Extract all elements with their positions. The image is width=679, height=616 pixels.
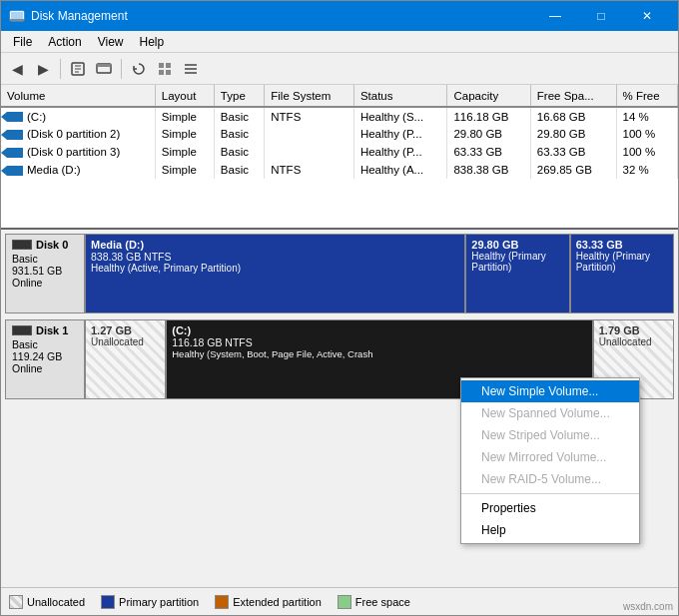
cell-type: Basic <box>214 125 264 143</box>
col-layout[interactable]: Layout <box>155 85 214 107</box>
menu-action[interactable]: Action <box>40 33 89 51</box>
forward-button[interactable]: ▶ <box>31 57 55 81</box>
cell-status: Healthy (A... <box>353 161 447 179</box>
minimize-button[interactable]: — <box>532 1 578 31</box>
col-free[interactable]: Free Spa... <box>530 85 616 107</box>
table-area: Volume Layout Type File System Status Ca… <box>1 85 678 230</box>
menu-help[interactable]: Help <box>132 33 173 51</box>
cell-free: 29.80 GB <box>530 125 616 143</box>
legend-primary-label: Primary partition <box>119 596 199 608</box>
svg-rect-1 <box>11 12 23 20</box>
disk0-part2[interactable]: 29.80 GB Healthy (Primary Partition) <box>466 235 570 312</box>
cell-free: 16.68 GB <box>530 107 616 125</box>
disk1-name: Disk 1 <box>36 324 68 336</box>
view-button[interactable] <box>153 57 177 81</box>
cell-volume: (Disk 0 partition 2) <box>1 125 155 143</box>
cell-layout: Simple <box>155 161 214 179</box>
legend: Unallocated Primary partition Extended p… <box>1 587 678 615</box>
ctx-help[interactable]: Help <box>461 519 639 541</box>
extra-button[interactable] <box>179 57 203 81</box>
disk1-part1[interactable]: 1.27 GB Unallocated <box>86 320 167 398</box>
disk0-size: 931.51 GB <box>12 265 78 277</box>
menu-file[interactable]: File <box>5 33 40 51</box>
legend-unallocated-color <box>9 595 23 609</box>
svg-rect-12 <box>166 70 171 75</box>
ctx-new-simple[interactable]: New Simple Volume... <box>461 380 639 402</box>
cell-type: Basic <box>214 143 264 161</box>
cell-status: Healthy (S... <box>353 107 447 125</box>
legend-primary-color <box>101 595 115 609</box>
cell-status: Healthy (P... <box>353 143 447 161</box>
svg-rect-9 <box>159 63 164 68</box>
vol-icon <box>7 112 23 122</box>
refresh-button[interactable] <box>127 57 151 81</box>
ctx-properties[interactable]: Properties <box>461 497 639 519</box>
svg-rect-11 <box>159 70 164 75</box>
disk0-part1[interactable]: Media (D:) 838.38 GB NTFS Healthy (Activ… <box>86 235 466 312</box>
table-row[interactable]: Media (D:) Simple Basic NTFS Healthy (A.… <box>1 161 678 179</box>
disk-table: Volume Layout Type File System Status Ca… <box>1 85 678 179</box>
disk0-name: Disk 0 <box>36 239 68 251</box>
cell-type: Basic <box>214 161 264 179</box>
svg-rect-10 <box>166 63 171 68</box>
legend-unallocated: Unallocated <box>9 595 85 609</box>
window-title: Disk Management <box>31 9 532 23</box>
cell-capacity: 838.38 GB <box>447 161 530 179</box>
vol-icon <box>7 166 23 176</box>
ctx-new-spanned: New Spanned Volume... <box>461 402 639 424</box>
menu-view[interactable]: View <box>90 33 132 51</box>
vol-icon <box>7 130 23 140</box>
ctx-new-mirrored: New Mirrored Volume... <box>461 446 639 468</box>
col-volume[interactable]: Volume <box>1 85 155 107</box>
cell-capacity: 116.18 GB <box>447 107 530 125</box>
table-row[interactable]: (C:) Simple Basic NTFS Healthy (S... 116… <box>1 107 678 125</box>
ctx-separator-1 <box>461 493 639 494</box>
col-status[interactable]: Status <box>353 85 447 107</box>
disk0-part3[interactable]: 63.33 GB Healthy (Primary Partition) <box>571 235 673 312</box>
cell-layout: Simple <box>155 143 214 161</box>
cell-volume: (Disk 0 partition 3) <box>1 143 155 161</box>
disk1-info: Disk 1 Basic 119.24 GB Online <box>6 320 86 398</box>
menu-bar: File Action View Help <box>1 31 678 53</box>
cell-volume: (C:) <box>1 107 155 125</box>
window-controls: — □ ✕ <box>532 1 670 31</box>
properties-button[interactable] <box>66 57 90 81</box>
svg-rect-8 <box>97 64 111 67</box>
legend-extended: Extended partition <box>215 595 322 609</box>
cell-capacity: 29.80 GB <box>447 125 530 143</box>
disk0-row: Disk 0 Basic 931.51 GB Online Media (D:)… <box>5 234 674 313</box>
table-row[interactable]: (Disk 0 partition 3) Simple Basic Health… <box>1 143 678 161</box>
title-bar: Disk Management — □ ✕ <box>1 1 678 31</box>
watermark: wsxdn.com <box>623 601 673 612</box>
disk0-type: Basic <box>12 253 78 265</box>
col-type[interactable]: Type <box>214 85 264 107</box>
context-menu: New Simple Volume... New Spanned Volume.… <box>460 377 640 544</box>
legend-extended-label: Extended partition <box>233 596 322 608</box>
col-fs[interactable]: File System <box>265 85 354 107</box>
close-button[interactable]: ✕ <box>624 1 670 31</box>
col-capacity[interactable]: Capacity <box>447 85 530 107</box>
col-pct[interactable]: % Free <box>616 85 677 107</box>
disk1-status: Online <box>12 362 78 374</box>
cell-status: Healthy (P... <box>353 125 447 143</box>
legend-unallocated-label: Unallocated <box>27 596 85 608</box>
disk0-partitions: Media (D:) 838.38 GB NTFS Healthy (Activ… <box>86 235 673 312</box>
cell-volume: Media (D:) <box>1 161 155 179</box>
maximize-button[interactable]: □ <box>578 1 624 31</box>
help-button[interactable] <box>92 57 116 81</box>
cell-capacity: 63.33 GB <box>447 143 530 161</box>
app-icon <box>9 8 25 24</box>
cell-pct: 100 % <box>616 143 677 161</box>
legend-extended-color <box>215 595 229 609</box>
back-button[interactable]: ◀ <box>5 57 29 81</box>
cell-fs: NTFS <box>265 161 354 179</box>
cell-pct: 100 % <box>616 125 677 143</box>
toolbar-sep-1 <box>60 59 61 79</box>
vol-icon <box>7 148 23 158</box>
cell-type: Basic <box>214 107 264 125</box>
cell-layout: Simple <box>155 107 214 125</box>
table-row[interactable]: (Disk 0 partition 2) Simple Basic Health… <box>1 125 678 143</box>
toolbar: ◀ ▶ <box>1 53 678 85</box>
main-window: Disk Management — □ ✕ File Action View H… <box>0 0 679 616</box>
cell-layout: Simple <box>155 125 214 143</box>
